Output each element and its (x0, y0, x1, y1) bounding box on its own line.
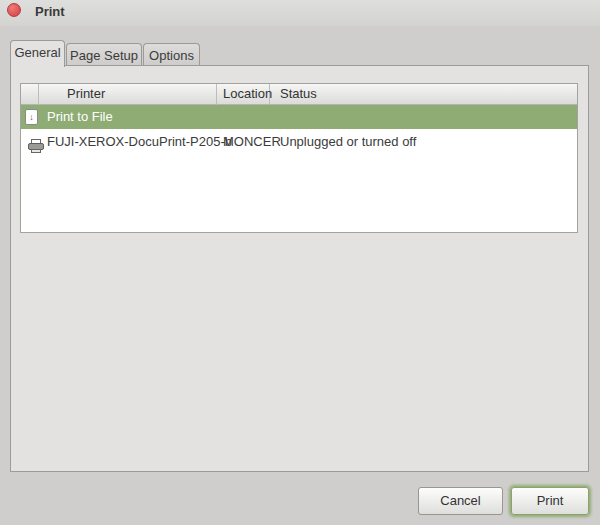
printer-name: Print to File (47, 109, 113, 124)
printer-icon (25, 134, 41, 150)
titlebar: Print (0, 0, 600, 26)
print-dialog: Print General Page Setup Options Printer… (0, 0, 600, 525)
cancel-button[interactable]: Cancel (418, 487, 503, 515)
tab-page-setup[interactable]: Page Setup (66, 43, 142, 66)
column-header-icon[interactable] (21, 84, 39, 105)
tab-options[interactable]: Options (143, 43, 200, 66)
column-header-printer[interactable]: Printer (39, 84, 217, 105)
tab-general[interactable]: General (10, 40, 65, 67)
column-header-location[interactable]: Location (217, 84, 270, 105)
printer-list-header: Printer Location Status (21, 84, 577, 105)
printer-status: Unplugged or turned off (280, 134, 416, 149)
column-header-status[interactable]: Status (270, 84, 578, 105)
printer-name: FUJI-XEROX-DocuPrint-P205-b (47, 134, 232, 149)
close-button[interactable] (7, 3, 21, 17)
print-button[interactable]: Print (511, 487, 589, 515)
window-title: Print (35, 4, 65, 19)
print-to-file-icon: ↓ (25, 109, 38, 125)
printer-location: MONCER (223, 134, 281, 149)
printer-row-fuji-xerox[interactable]: FUJI-XEROX-DocuPrint-P205-b MONCER Unplu… (21, 130, 577, 154)
printer-row-print-to-file[interactable]: ↓ Print to File (21, 105, 577, 129)
printer-list: Printer Location Status ↓ Print to File … (20, 83, 578, 233)
